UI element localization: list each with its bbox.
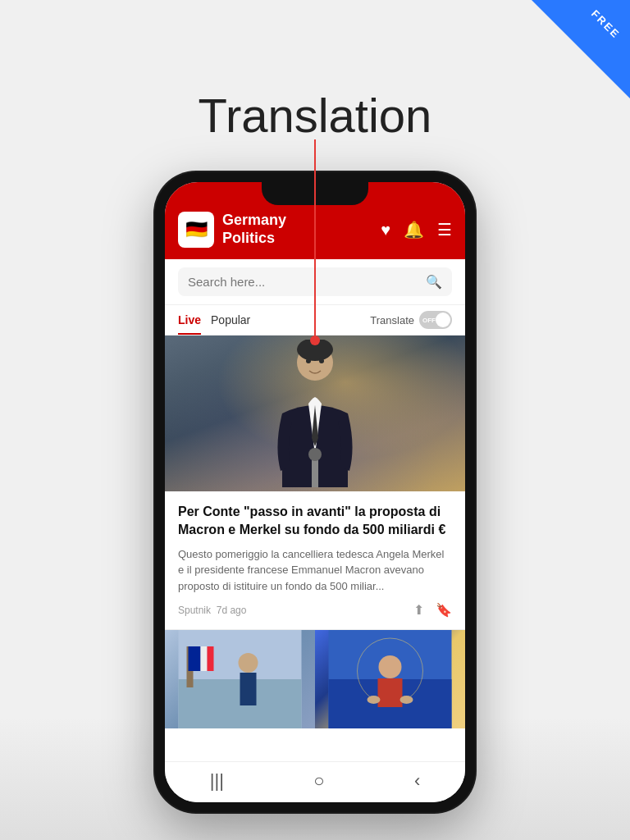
nav-home-icon[interactable]: ○ [313,770,324,792]
svg-rect-18 [378,678,403,707]
annotation-arrow [310,139,320,345]
svg-point-12 [239,653,258,673]
macron-figure [165,630,315,728]
translate-label: Translate [370,314,414,326]
toggle-off-label: OFF [422,317,436,324]
translate-section: Translate OFF [370,311,452,329]
heart-icon[interactable]: ♥ [381,221,390,240]
news-content: Per Conte "passo in avanti" la proposta … [165,336,465,728]
search-icon: 🔍 [426,274,442,290]
arrow-dot [310,336,320,345]
person-figure [274,340,356,487]
article-title: Per Conte "passo in avanti" la proposta … [178,503,452,540]
preview-image-left [165,630,315,728]
svg-point-20 [400,696,413,704]
svg-rect-13 [240,673,257,705]
article-actions: ⬆ 🔖 [413,602,452,618]
svg-point-17 [379,655,402,678]
article-meta: Sputnik 7d ago ⬆ 🔖 [178,602,452,618]
app-logo: 🇩🇪 [178,212,214,248]
svg-point-2 [306,358,311,363]
svg-rect-9 [189,646,201,671]
share-icon[interactable]: ⬆ [413,602,424,618]
nav-back-icon[interactable]: ‹ [414,770,420,792]
merkel-figure [315,630,465,728]
arrow-shaft [314,139,316,336]
bottom-nav: ||| ○ ‹ [165,761,465,802]
translation-label: Translation [199,88,432,143]
tab-popular[interactable]: Popular [211,305,260,335]
article-source: Sputnik [178,605,211,616]
tab-live[interactable]: Live [178,305,211,335]
logo-emoji: 🇩🇪 [185,219,208,240]
article-excerpt: Questo pomeriggio la cancelliera tedesca… [178,546,452,595]
svg-point-3 [319,358,324,363]
free-banner: FREE [532,0,630,98]
svg-rect-11 [208,646,214,671]
nav-menu-icon[interactable]: ||| [210,770,224,792]
article-time: 7d ago [217,605,247,616]
menu-icon[interactable]: ☰ [437,220,452,240]
preview-image-right [315,630,465,728]
bell-icon[interactable]: 🔔 [404,220,424,240]
svg-point-19 [368,696,381,704]
svg-point-5 [308,448,322,461]
bookmark-icon[interactable]: 🔖 [436,602,452,618]
search-input[interactable] [188,275,419,289]
app-name-line1: Germany [222,212,286,230]
translate-toggle[interactable]: OFF [419,311,452,329]
toggle-thumb [436,313,450,327]
article-source-time: Sputnik 7d ago [178,605,246,616]
app-title: Germany Politics [222,212,286,247]
article-body: Per Conte "passo in avanti" la proposta … [165,491,465,630]
header-right: ♥ 🔔 ☰ [381,220,452,240]
article-hero-image [165,336,465,491]
header-left: 🇩🇪 Germany Politics [178,212,286,248]
svg-rect-10 [201,646,208,671]
app-name-line2: Politics [222,230,286,248]
second-article-preview [165,630,465,728]
free-text: FREE [589,7,623,41]
